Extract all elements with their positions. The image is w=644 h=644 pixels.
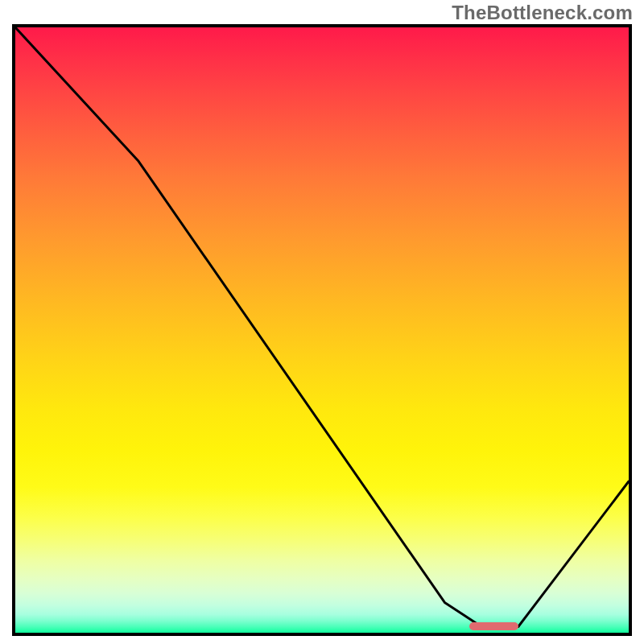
bottleneck-curve: [15, 27, 629, 633]
watermark-text: TheBottleneck.com: [452, 2, 633, 24]
optimal-marker: [469, 622, 518, 630]
plot-area: [12, 24, 632, 636]
chart-container: TheBottleneck.com: [0, 0, 644, 644]
curve-path: [15, 27, 629, 627]
